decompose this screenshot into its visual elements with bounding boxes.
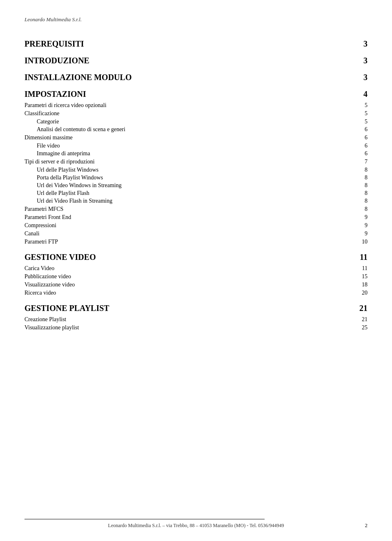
toc-page: 6 [355,143,368,149]
toc-page: 11 [355,265,368,272]
toc-entry: Parametri FTP10 [24,239,368,245]
toc-label: Immagine di anteprima [37,150,355,157]
toc-label: Creazione Playlist [24,316,355,323]
toc-page: 15 [355,273,368,280]
toc-page: 21 [355,316,368,323]
toc-label: GESTIONE VIDEO [24,253,355,262]
toc-entry: Compressioni9 [24,222,368,229]
toc-page: 9 [355,222,368,229]
toc-page: 25 [355,324,368,331]
toc-label: Visualizzazione video [24,282,355,288]
toc-entry: Creazione Playlist21 [24,316,368,323]
page-container: Leonardo Multimedia S.r.l. PREREQUISITI3… [0,0,392,541]
footer-text: Leonardo Multimedia S.r.l. – via Trebbo,… [24,523,368,529]
toc-entry: GESTIONE PLAYLIST21 [24,304,368,313]
toc-label: Parametri MFCS [24,206,355,212]
toc-entry: GESTIONE VIDEO11 [24,253,368,262]
footer-page: 2 [365,522,368,529]
toc-entry: INSTALLAZIONE MODULO3 [24,73,368,82]
toc-page: 20 [355,290,368,296]
toc-label: Pubblicazione video [24,273,355,280]
toc-page: 3 [355,56,368,65]
toc-entry: Parametri MFCS8 [24,206,368,212]
toc-entry: Immagine di anteprima6 [24,150,368,157]
toc-entry: Carica Video11 [24,265,368,272]
toc-label: Parametri Front End [24,214,355,221]
toc-label: Dimensioni massime [24,134,355,141]
toc-label: Compressioni [24,222,355,229]
toc-page: 8 [355,198,368,204]
toc-entry: Tipi di server e di riproduzioni7 [24,159,368,165]
toc-entry: Parametri Front End9 [24,214,368,221]
toc-label: Categorie [37,118,355,125]
toc-page: 6 [355,150,368,157]
toc-page: 6 [355,134,368,141]
toc-label: Parametri di ricerca video opzionali [24,102,355,109]
toc-page: 3 [355,73,368,82]
toc-page: 18 [355,282,368,288]
toc-entry: Classificazione5 [24,110,368,117]
toc-page: 11 [355,253,368,262]
toc-page: 5 [355,102,368,109]
toc-page: 3 [355,39,368,49]
toc-entry: IMPOSTAZIONI4 [24,89,368,99]
toc-label: Analisi del contenuto di scena e generi [37,126,355,133]
toc-entry: Url delle Playlist Flash8 [24,190,368,197]
toc-page: 9 [355,230,368,237]
toc-entry: Ricerca video20 [24,290,368,296]
toc-label: Canali [24,230,355,237]
toc-page: 7 [355,159,368,165]
toc-entry: Canali9 [24,230,368,237]
toc-page: 8 [355,167,368,173]
toc-entry: Parametri di ricerca video opzionali5 [24,102,368,109]
toc-entry: Url delle Playlist Windows8 [24,167,368,173]
toc-container: PREREQUISITI3INTRODUZIONE3INSTALLAZIONE … [24,39,368,331]
toc-page: 8 [355,182,368,189]
toc-label: Url delle Playlist Windows [37,167,355,173]
toc-entry: Porta della Playlist Windows8 [24,174,368,181]
toc-page: 10 [355,239,368,245]
toc-label: Visualizzazione playlist [24,324,355,331]
toc-entry: Url dei Video Windows in Streaming8 [24,182,368,189]
toc-label: INTRODUZIONE [24,56,355,65]
toc-page: 5 [355,118,368,125]
toc-label: Ricerca video [24,290,355,296]
toc-entry: Analisi del contenuto di scena e generi6 [24,126,368,133]
toc-label: Porta della Playlist Windows [37,174,355,181]
toc-entry: Dimensioni massime6 [24,134,368,141]
toc-label: GESTIONE PLAYLIST [24,304,355,313]
toc-label: Carica Video [24,265,355,272]
toc-page: 6 [355,126,368,133]
toc-label: IMPOSTAZIONI [24,89,355,99]
toc-entry: Visualizzazione video18 [24,282,368,288]
toc-entry: Categorie5 [24,118,368,125]
toc-label: Tipi di server e di riproduzioni [24,159,355,165]
toc-entry: PREREQUISITI3 [24,39,368,49]
toc-label: INSTALLAZIONE MODULO [24,73,355,82]
toc-label: PREREQUISITI [24,39,355,49]
toc-label: Url dei Video Windows in Streaming [37,182,355,189]
toc-page: 4 [355,89,368,99]
toc-page: 8 [355,190,368,197]
toc-page: 8 [355,174,368,181]
toc-entry: Pubblicazione video15 [24,273,368,280]
footer: Leonardo Multimedia S.r.l. – via Trebbo,… [24,519,368,529]
toc-entry: Url dei Video Flash in Streaming8 [24,198,368,204]
company-name: Leonardo Multimedia S.r.l. [24,16,368,23]
toc-label: Classificazione [24,110,355,117]
toc-label: Url delle Playlist Flash [37,190,355,197]
toc-label: File video [37,143,355,149]
toc-page: 9 [355,214,368,221]
toc-entry: File video6 [24,143,368,149]
footer-divider [24,519,265,519]
toc-page: 5 [355,110,368,117]
toc-page: 21 [355,304,368,313]
toc-page: 8 [355,206,368,212]
toc-label: Parametri FTP [24,239,355,245]
toc-entry: INTRODUZIONE3 [24,56,368,65]
toc-label: Url dei Video Flash in Streaming [37,198,355,204]
toc-entry: Visualizzazione playlist25 [24,324,368,331]
